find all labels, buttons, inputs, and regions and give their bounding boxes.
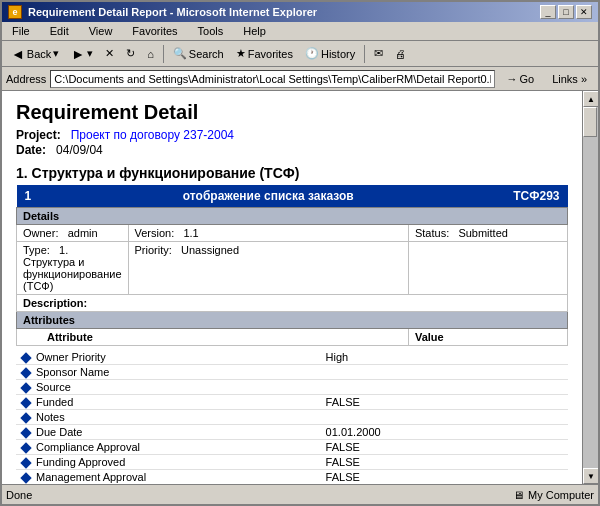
diamond-icon [20, 412, 31, 423]
priority-label: Priority: [135, 244, 172, 256]
search-button[interactable]: 🔍 Search [168, 43, 229, 65]
date-value: 04/09/04 [56, 143, 103, 157]
go-label: Go [519, 73, 534, 85]
attr-row: Sponsor Name [16, 365, 568, 380]
owner-cell: Owner: admin [17, 225, 129, 242]
status-value: Submitted [458, 227, 508, 239]
print-button[interactable]: 🖨 [390, 43, 411, 65]
diamond-icon [20, 352, 31, 363]
attr-name-cell: Source [16, 380, 320, 395]
req-id: ТСФ293 [408, 185, 567, 208]
title-bar-text: e Requirement Detail Report - Microsoft … [8, 5, 317, 19]
menu-tools[interactable]: Tools [192, 24, 230, 38]
stop-button[interactable]: ✕ [100, 43, 119, 65]
status-text-left: Done [6, 489, 32, 501]
attr-name-cell: Owner Priority [16, 350, 320, 365]
favorites-button[interactable]: ★ Favorites [231, 43, 298, 65]
project-value: Проект по договору 237-2004 [71, 128, 234, 142]
menu-file[interactable]: File [6, 24, 36, 38]
priority-cell: Priority: Unassigned [128, 242, 408, 295]
type-priority-row: Type: 1. Структура и функционирование (Т… [17, 242, 568, 295]
attr-value-cell: FALSE [320, 440, 568, 455]
scrollbar[interactable]: ▲ ▼ [582, 91, 598, 484]
print-icon: 🖨 [395, 48, 406, 60]
attr-name: Due Date [36, 426, 82, 438]
scroll-up-button[interactable]: ▲ [583, 91, 598, 107]
mail-button[interactable]: ✉ [369, 43, 388, 65]
back-label: Back [27, 48, 51, 60]
attr-name-cell: Management Approval [16, 470, 320, 484]
attr-name: Source [36, 381, 71, 393]
back-icon: ◄ [11, 46, 25, 62]
favorites-icon: ★ [236, 47, 246, 60]
ie-icon: e [8, 5, 22, 19]
menu-view[interactable]: View [83, 24, 119, 38]
forward-dropdown-icon: ▾ [87, 47, 93, 60]
menu-help[interactable]: Help [237, 24, 272, 38]
type-cell: Type: 1. Структура и функционирование (Т… [17, 242, 129, 295]
page-content: Requirement Detail Project: Проект по до… [2, 91, 582, 484]
attr-name: Funded [36, 396, 73, 408]
menu-favorites[interactable]: Favorites [126, 24, 183, 38]
attr-row: Notes [16, 410, 568, 425]
attributes-header-row: Attributes [17, 312, 568, 329]
status-cell: Status: Submitted [408, 225, 567, 242]
title-bar: e Requirement Detail Report - Microsoft … [2, 2, 598, 22]
version-value: 1.1 [183, 227, 198, 239]
date-row: Date: 04/09/04 [16, 143, 568, 157]
req-title: отображение списка заказов [128, 185, 408, 208]
computer-icon: 🖥 [513, 489, 524, 501]
attr-row: Due Date01.01.2000 [16, 425, 568, 440]
back-dropdown-icon: ▾ [53, 47, 59, 60]
back-button[interactable]: ◄ Back ▾ [6, 43, 64, 65]
project-label: Project: [16, 128, 61, 142]
date-label: Date: [16, 143, 46, 157]
close-button[interactable]: ✕ [576, 5, 592, 19]
forward-icon: ► [71, 46, 85, 62]
maximize-button[interactable]: □ [558, 5, 574, 19]
toolbar-separator-1 [163, 45, 164, 63]
owner-version-row: Owner: admin Version: 1.1 Status: Submit… [17, 225, 568, 242]
attr-value-cell [320, 380, 568, 395]
attr-name-cell: Funding Approved [16, 455, 320, 470]
main-window: e Requirement Detail Report - Microsoft … [0, 0, 600, 506]
menu-edit[interactable]: Edit [44, 24, 75, 38]
attr-value-cell: FALSE [320, 470, 568, 484]
attr-row: Funding ApprovedFALSE [16, 455, 568, 470]
forward-button[interactable]: ► ▾ [66, 43, 98, 65]
attr-name: Compliance Approval [36, 441, 140, 453]
address-input[interactable] [50, 70, 495, 88]
req-header-row: 1 отображение списка заказов ТСФ293 [17, 185, 568, 208]
address-label: Address [6, 73, 46, 85]
scroll-track[interactable] [583, 107, 598, 468]
attr-row: Owner PriorityHigh [16, 350, 568, 365]
home-button[interactable]: ⌂ [142, 43, 159, 65]
attr-name-cell: Funded [16, 395, 320, 410]
diamond-icon [20, 367, 31, 378]
scroll-thumb[interactable] [583, 107, 597, 137]
attr-col-value: Value [408, 329, 567, 346]
refresh-button[interactable]: ↻ [121, 43, 140, 65]
req-number: 1 [17, 185, 129, 208]
status-text-right: My Computer [528, 489, 594, 501]
details-header-cell: Details [17, 208, 568, 225]
empty-cell-1 [408, 242, 567, 295]
diamond-icon [20, 397, 31, 408]
attr-name-cell: Sponsor Name [16, 365, 320, 380]
attr-name: Notes [36, 411, 65, 423]
project-row: Project: Проект по договору 237-2004 [16, 128, 568, 142]
title-bar-controls: _ □ ✕ [540, 5, 592, 19]
minimize-button[interactable]: _ [540, 5, 556, 19]
diamond-icon [20, 382, 31, 393]
version-cell: Version: 1.1 [128, 225, 408, 242]
attr-value-cell: FALSE [320, 395, 568, 410]
requirement-table: 1 отображение списка заказов ТСФ293 Deta… [16, 185, 568, 346]
scroll-down-button[interactable]: ▼ [583, 468, 598, 484]
go-icon: → [506, 73, 517, 85]
go-button[interactable]: → Go [499, 70, 541, 88]
details-header-row: Details [17, 208, 568, 225]
version-label: Version: [135, 227, 175, 239]
links-button[interactable]: Links » [545, 71, 594, 87]
attr-name-cell: Due Date [16, 425, 320, 440]
history-button[interactable]: 🕐 History [300, 43, 360, 65]
